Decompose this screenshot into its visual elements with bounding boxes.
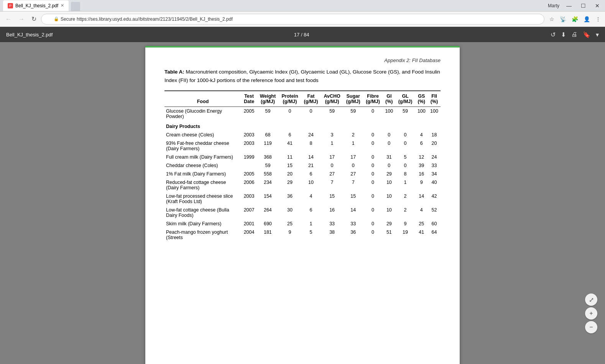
tab-favicon: P <box>8 3 13 8</box>
cell-fibre: 0 <box>363 139 383 153</box>
cell-date: 2005 <box>241 107 257 121</box>
nav-action-icons: ☆ 📡 🧩 👤 ⋮ <box>548 15 602 23</box>
inactive-tab[interactable] <box>71 2 80 11</box>
pdf-page-info: 17 / 84 <box>294 32 309 38</box>
minimize-button[interactable]: — <box>564 2 574 10</box>
lock-icon: 🔒 <box>54 16 59 21</box>
cell-gs: 100 <box>415 107 428 121</box>
caption-bold: Table A: <box>164 69 184 75</box>
cell-protein: 29 <box>279 178 301 192</box>
cell-fat: 8 <box>301 139 321 153</box>
cell-gl: 2 <box>395 206 415 220</box>
cell-date <box>241 161 257 170</box>
cell-gs: 12 <box>415 153 428 161</box>
zoom-controls: ⤢ + − <box>585 293 597 333</box>
cast-icon[interactable]: 📡 <box>559 15 567 23</box>
cell-gs: 16 <box>415 170 428 178</box>
url-text: https://ses.library.usyd.edu.au//bitstre… <box>77 16 539 22</box>
table-row: Cheddar cheese (Coles)591521000003933 <box>164 161 441 170</box>
cell-date: 2003 <box>241 139 257 153</box>
cell-weight: 119 <box>257 139 279 153</box>
address-bar[interactable]: 🔒 Secure https://ses.library.usyd.edu.au… <box>41 14 544 25</box>
titlebar-right: Marty — ☐ ✕ <box>548 2 602 10</box>
zoom-expand-button[interactable]: ⤢ <box>585 293 597 306</box>
cell-date: 2007 <box>241 206 257 220</box>
cell-fibre: 0 <box>363 206 383 220</box>
cell-sugar: 2 <box>344 131 363 139</box>
table-row: Low-fat cottage cheese (Bulla Dairy Food… <box>164 206 441 220</box>
cell-gl: 9 <box>395 220 415 228</box>
data-table: Food TestDate Weight(g/MJ) Protein(g/MJ)… <box>164 90 441 242</box>
table-body: Glucose (Glucodin Energy Powder)20055900… <box>164 107 441 242</box>
cell-fii: 20 <box>428 139 441 153</box>
cell-fii: 18 <box>428 131 441 139</box>
zoom-in-button[interactable]: + <box>585 307 597 320</box>
cell-food: Low-fat processed cheese slice (Kraft Fo… <box>164 192 241 206</box>
profile-icon[interactable]: 👤 <box>582 15 591 23</box>
navbar: ← → ↻ 🔒 Secure https://ses.library.usyd.… <box>0 11 605 27</box>
cell-food: 93% Fat-free cheddar cheese (Dairy Farme… <box>164 139 241 153</box>
table-row: Reduced-fat cottage cheese (Dairy Farmer… <box>164 178 441 192</box>
cell-food: Full cream milk (Dairy Farmers) <box>164 153 241 161</box>
cell-protein: 15 <box>279 161 301 170</box>
forward-button[interactable]: → <box>16 14 27 24</box>
cell-gi: 10 <box>383 192 395 206</box>
table-row: Peach-mango frozen yoghurt (Streets20041… <box>164 228 441 242</box>
pdf-print-icon[interactable]: 🖨 <box>571 31 577 38</box>
cell-food: Cheddar cheese (Coles) <box>164 161 241 170</box>
col-fibre: Fibre(g/MJ) <box>363 91 383 107</box>
cell-fii: 40 <box>428 178 441 192</box>
cell-protein: 0 <box>279 107 301 121</box>
top-accent-bar <box>145 46 460 48</box>
cell-gi: 10 <box>383 178 395 192</box>
zoom-out-button[interactable]: − <box>585 321 597 333</box>
cell-protein: 9 <box>279 228 301 242</box>
cell-gl: 2 <box>395 192 415 206</box>
cell-avcho: 15 <box>321 192 344 206</box>
cell-avcho: 17 <box>321 153 344 161</box>
cell-gl: 19 <box>395 228 415 242</box>
titlebar: P Bell_KJ_thesis_2.pdf ✕ Marty — ☐ ✕ <box>0 0 605 11</box>
active-tab[interactable]: P Bell_KJ_thesis_2.pdf ✕ <box>3 0 69 11</box>
cell-weight: 68 <box>257 131 279 139</box>
cell-fii: 33 <box>428 161 441 170</box>
cell-fii: 52 <box>428 206 441 220</box>
bookmark-star-icon[interactable]: ☆ <box>548 15 556 23</box>
cell-avcho: 27 <box>321 170 344 178</box>
cell-date: 2001 <box>241 220 257 228</box>
reload-button[interactable]: ↻ <box>29 14 39 24</box>
col-avcho: AvCHO(g/MJ) <box>321 91 344 107</box>
cell-gl: 1 <box>395 178 415 192</box>
cell-fii: 60 <box>428 220 441 228</box>
table-header-row: Food TestDate Weight(g/MJ) Protein(g/MJ)… <box>164 91 441 107</box>
cell-sugar: 0 <box>344 161 363 170</box>
back-button[interactable]: ← <box>3 14 14 24</box>
cell-gi: 29 <box>383 220 395 228</box>
close-button[interactable]: ✕ <box>593 2 602 10</box>
cell-date: 2003 <box>241 192 257 206</box>
cell-gl: 0 <box>395 139 415 153</box>
cell-food: Cream cheese (Coles) <box>164 131 241 139</box>
cell-sugar: 33 <box>344 220 363 228</box>
cell-gl: 8 <box>395 170 415 178</box>
cell-fat: 0 <box>301 107 321 121</box>
cell-date: 2005 <box>241 170 257 178</box>
cell-sugar: 27 <box>344 170 363 178</box>
cell-fibre: 0 <box>363 153 383 161</box>
cell-food: 1% Fat milk (Dairy Farmers) <box>164 170 241 178</box>
tab-close-button[interactable]: ✕ <box>61 3 64 8</box>
menu-icon[interactable]: ⋮ <box>594 15 602 23</box>
maximize-button[interactable]: ☐ <box>579 2 588 10</box>
col-fat: Fat(g/MJ) <box>301 91 321 107</box>
cell-fibre: 0 <box>363 161 383 170</box>
cell-fii: 34 <box>428 170 441 178</box>
cell-weight: 234 <box>257 178 279 192</box>
pdf-rotate-icon[interactable]: ↺ <box>551 31 556 38</box>
cell-protein: 20 <box>279 170 301 178</box>
pdf-more-icon[interactable]: ▾ <box>596 31 599 38</box>
cell-fat: 1 <box>301 220 321 228</box>
extension-icon[interactable]: 🧩 <box>570 15 579 23</box>
table-row: 93% Fat-free cheddar cheese (Dairy Farme… <box>164 139 441 153</box>
pdf-download-icon[interactable]: ⬇ <box>561 31 566 38</box>
pdf-bookmark-icon[interactable]: 🔖 <box>583 31 590 38</box>
